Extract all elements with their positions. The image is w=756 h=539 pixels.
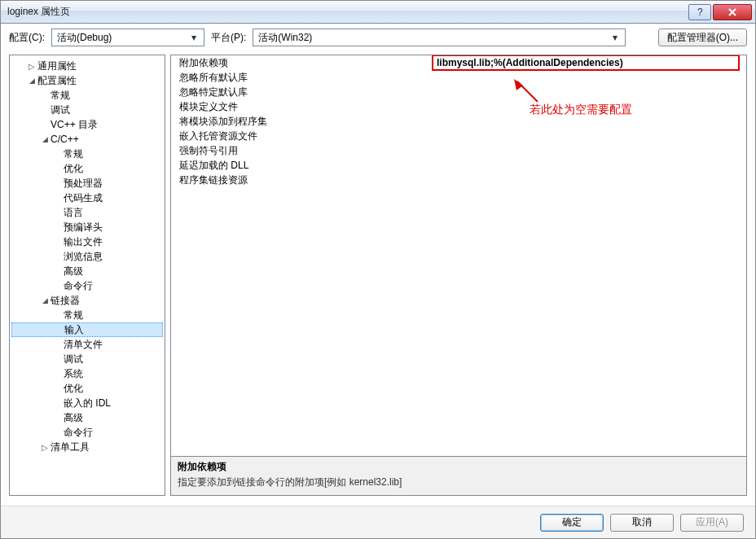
ok-button[interactable]: 确定 — [540, 514, 604, 532]
tree-item[interactable]: 系统 — [11, 366, 163, 381]
properties-pane: 附加依赖项libmysql.lib;%(AdditionalDependenci… — [170, 55, 747, 496]
tree-item-label: 清单工具 — [51, 440, 90, 454]
tree-item[interactable]: 预处理器 — [11, 176, 163, 191]
tree-item-label: 命令行 — [64, 426, 93, 440]
tree-item[interactable]: 调试 — [11, 352, 163, 366]
tree-item[interactable]: 输出文件 — [11, 234, 163, 249]
tree-item[interactable]: 常规 — [11, 308, 163, 322]
tree-item[interactable]: C/C++ — [11, 132, 163, 147]
tree-item[interactable]: 代码生成 — [11, 191, 163, 205]
tree-item-label: 清单文件 — [64, 338, 103, 352]
property-name: 忽略特定默认库 — [171, 85, 432, 99]
tree-item-label: 浏览信息 — [64, 250, 103, 264]
arrow-closed-icon — [39, 443, 51, 452]
tree-item[interactable]: 清单文件 — [11, 337, 163, 352]
tree-item[interactable]: 浏览信息 — [11, 249, 163, 264]
property-name: 附加依赖项 — [171, 56, 432, 70]
arrow-open-icon — [26, 77, 37, 85]
tree-item-label: 高级 — [64, 411, 83, 425]
property-name: 将模块添加到程序集 — [171, 115, 432, 129]
config-label: 配置(C): — [9, 31, 45, 45]
help-button[interactable]: ? — [688, 4, 711, 20]
close-button[interactable] — [713, 4, 752, 20]
description-pane: 附加依赖项 指定要添加到链接命令行的附加项[例如 kernel32.lib] — [171, 456, 746, 495]
description-text: 指定要添加到链接命令行的附加项[例如 kernel32.lib] — [178, 475, 740, 489]
tree-item[interactable]: 优化 — [11, 161, 163, 176]
property-row[interactable]: 程序集链接资源 — [171, 173, 746, 187]
tree-item-label: 预编译头 — [64, 221, 103, 234]
tree-item[interactable]: 通用属性 — [11, 59, 163, 73]
tree-item-label: 通用属性 — [37, 59, 77, 73]
property-row[interactable]: 延迟加载的 DLL — [171, 158, 746, 173]
arrow-closed-icon — [26, 62, 37, 71]
tree-item[interactable]: 配置属性 — [11, 73, 163, 88]
window-title: loginex 属性页 — [7, 5, 687, 19]
dialog-footer: 确定 取消 应用(A) — [1, 506, 755, 538]
tree-item[interactable]: 高级 — [11, 264, 163, 278]
tree-item[interactable]: 常规 — [11, 147, 163, 161]
tree-item[interactable]: 语言 — [11, 205, 163, 220]
tree-item[interactable]: 命令行 — [11, 425, 163, 440]
tree-item[interactable]: 调试 — [11, 103, 163, 117]
tree-item[interactable]: 优化 — [11, 381, 163, 396]
property-name: 程序集链接资源 — [171, 173, 432, 187]
arrow-open-icon — [39, 296, 51, 305]
property-name: 嵌入托管资源文件 — [171, 129, 432, 143]
tree-item-label: 嵌入的 IDL — [64, 397, 111, 410]
window-buttons: ? — [687, 4, 752, 20]
tree-item[interactable]: 输入 — [11, 322, 163, 337]
property-name: 忽略所有默认库 — [171, 71, 432, 85]
cancel-button[interactable]: 取消 — [610, 514, 674, 532]
tree-item[interactable]: 高级 — [11, 410, 163, 425]
tree-item[interactable]: 预编译头 — [11, 220, 163, 234]
property-row[interactable]: 嵌入托管资源文件 — [171, 129, 746, 143]
tree-item-label: 输入 — [64, 323, 84, 337]
tree-item-label: 代码生成 — [64, 191, 103, 205]
tree-item-label: 调试 — [64, 353, 83, 366]
tree-item-label: 语言 — [64, 206, 83, 220]
tree-item[interactable]: 链接器 — [11, 293, 163, 308]
apply-button[interactable]: 应用(A) — [680, 514, 744, 532]
tree-item-label: 系统 — [64, 367, 83, 381]
tree-item[interactable]: 常规 — [11, 88, 163, 103]
tree-item-label: 链接器 — [51, 294, 80, 308]
property-row[interactable]: 附加依赖项libmysql.lib;%(AdditionalDependenci… — [171, 55, 746, 70]
platform-label: 平台(P): — [211, 31, 246, 45]
chevron-down-icon: ▾ — [187, 32, 200, 43]
tree-item-label: 优化 — [64, 162, 83, 176]
platform-value: 活动(Win32) — [258, 31, 312, 45]
config-manager-button[interactable]: 配置管理器(O)... — [658, 28, 747, 46]
tree-item[interactable]: 清单工具 — [11, 440, 163, 454]
property-grid[interactable]: 附加依赖项libmysql.lib;%(AdditionalDependenci… — [171, 55, 746, 456]
tree-item-label: 常规 — [51, 89, 70, 103]
tree-item-label: 预处理器 — [64, 177, 103, 191]
property-name: 模块定义文件 — [171, 100, 432, 114]
tree-item-label: 高级 — [64, 265, 83, 278]
tree-item-label: 输出文件 — [64, 235, 103, 249]
svg-text:?: ? — [697, 7, 703, 17]
property-row[interactable]: 忽略所有默认库 — [171, 70, 746, 85]
config-value: 活动(Debug) — [57, 31, 112, 45]
platform-combo[interactable]: 活动(Win32) ▾ — [253, 28, 626, 46]
tree-item[interactable]: VC++ 目录 — [11, 117, 163, 132]
tree-item-label: 配置属性 — [37, 74, 77, 88]
tree-item[interactable]: 命令行 — [11, 278, 163, 293]
property-row[interactable]: 忽略特定默认库 — [171, 85, 746, 99]
property-value[interactable]: libmysql.lib;%(AdditionalDependencies) — [432, 55, 740, 71]
description-title: 附加依赖项 — [178, 460, 740, 474]
chevron-down-icon: ▾ — [609, 32, 622, 43]
property-row[interactable]: 强制符号引用 — [171, 143, 746, 158]
tree-item-label: VC++ 目录 — [51, 118, 98, 132]
toolbar: 配置(C): 活动(Debug) ▾ 平台(P): 活动(Win32) ▾ 配置… — [1, 24, 755, 51]
tree-item-label: 优化 — [64, 382, 83, 396]
titlebar: loginex 属性页 ? — [1, 1, 755, 24]
tree-item[interactable]: 嵌入的 IDL — [11, 396, 163, 410]
tree-pane[interactable]: 通用属性配置属性常规调试VC++ 目录C/C++常规优化预处理器代码生成语言预编… — [9, 55, 165, 496]
tree-item-label: 调试 — [51, 103, 70, 117]
tree-item-label: 命令行 — [64, 279, 93, 293]
config-combo[interactable]: 活动(Debug) ▾ — [51, 28, 204, 46]
tree-item-label: 常规 — [64, 309, 83, 322]
property-row[interactable]: 模块定义文件 — [171, 99, 746, 114]
arrow-open-icon — [39, 135, 51, 143]
property-row[interactable]: 将模块添加到程序集 — [171, 114, 746, 129]
